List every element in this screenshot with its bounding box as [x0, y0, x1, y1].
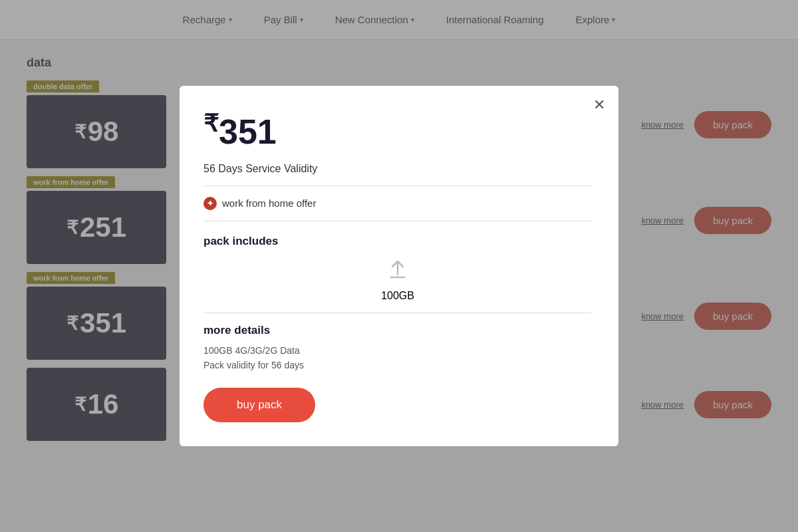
- data-upload-icon: [386, 259, 410, 287]
- modal-pack-includes-heading: pack includes: [203, 235, 592, 248]
- modal-detail-2: Pack validity for 56 days: [203, 360, 592, 370]
- modal-offer-row: ✦ work from home offer: [203, 197, 592, 221]
- modal-overlay[interactable]: ✕ ₹351 56 Days Service Validity ✦ work f…: [0, 0, 798, 532]
- modal-rupee-symbol: ₹: [203, 110, 219, 137]
- offer-badge-icon: ✦: [203, 197, 217, 210]
- modal-detail-1: 100GB 4G/3G/2G Data: [203, 345, 592, 356]
- modal-close-button[interactable]: ✕: [593, 96, 605, 114]
- modal-more-details-heading: more details: [203, 324, 592, 337]
- modal-data-amount: 100GB: [381, 290, 414, 302]
- modal-validity: 56 Days Service Validity: [203, 163, 592, 186]
- modal-dialog: ✕ ₹351 56 Days Service Validity ✦ work f…: [180, 86, 618, 446]
- modal-price: ₹351: [203, 110, 592, 152]
- modal-offer-label: work from home offer: [222, 198, 316, 209]
- modal-price-value: 351: [219, 113, 277, 152]
- modal-buy-pack-button[interactable]: buy pack: [203, 388, 315, 422]
- modal-data-icon-section: 100GB: [203, 259, 592, 313]
